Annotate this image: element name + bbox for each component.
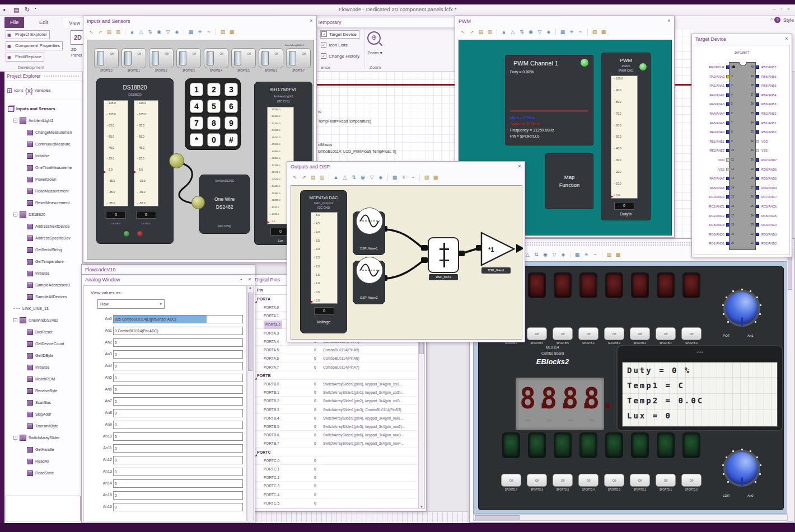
tree-item-sampleaddressedd[interactable]: SampleAddressedD xyxy=(4,279,83,291)
digital-row-PORTB.2[interactable]: PORTB.20SwitchArraySlider1(pin2), keypad… xyxy=(254,397,418,405)
pin-31[interactable]: 31VSS xyxy=(694,148,791,154)
tree-item-inputs and sensors[interactable]: Inputs and Sensors xyxy=(4,103,83,115)
pin-35[interactable]: 35RB2/ANB2 xyxy=(694,111,791,117)
tree-item-readall[interactable]: ReadAll xyxy=(4,455,83,467)
ldr-knob[interactable]: LDR An0 xyxy=(718,445,765,492)
window-controls[interactable]: – ▫ × xyxy=(773,6,792,12)
toolbar-↖-icon[interactable]: ↖ xyxy=(292,174,298,181)
keypad-key-*[interactable]: * xyxy=(190,133,203,147)
tab-file[interactable]: File xyxy=(4,17,24,28)
board-button-$PORTD.0[interactable]: Off xyxy=(681,474,702,487)
toolbar-▨-icon[interactable]: ▨ xyxy=(606,251,612,258)
toolbar-▦-icon[interactable]: ▦ xyxy=(559,29,566,35)
dsp-mix-component[interactable] xyxy=(428,237,459,273)
dac-component[interactable]: MCP47x6 DAC DAC_Output1 (I2C CH1) 5.04.5… xyxy=(300,190,347,333)
digital-row-PORTC.2[interactable]: PORTC.20 xyxy=(254,473,418,482)
toolbar-▩-icon[interactable]: ▩ xyxy=(228,29,235,35)
toolbar-▩-icon[interactable]: ▩ xyxy=(600,29,607,35)
board-button-$PORTB.3[interactable]: Off xyxy=(604,327,624,340)
digital-row-PORTB.4[interactable]: PORTB.40SwitchArraySlider1(pin4), keypad… xyxy=(254,414,418,422)
analog-vscrollbar[interactable]: ▲ xyxy=(247,285,254,521)
digital-row-PORTC.3[interactable]: PORTC.30 xyxy=(254,482,418,490)
board-button-$PORTD.6[interactable]: Off xyxy=(527,474,547,487)
ds18b20-component[interactable]: DS18B20 DS18B20 125.0105.085.065.045.025… xyxy=(96,78,174,244)
board-hscrollbar[interactable] xyxy=(473,514,788,521)
toolbar-⇅-icon[interactable]: ⇅ xyxy=(147,29,153,35)
ribbon-toggle-target-device[interactable]: ✓Target Device xyxy=(320,30,359,39)
analog-window-title[interactable]: Analog Window ▪ × xyxy=(82,275,255,285)
analog-value-field[interactable]: 0 xyxy=(113,491,243,500)
tree-item-changemeasuremen[interactable]: ChangeMeasuremen xyxy=(4,126,83,138)
view-values-dropdown[interactable]: Raw▾ xyxy=(97,299,165,309)
tree-item-switcharrayslider[interactable]: –SwitchArraySlider xyxy=(4,432,83,444)
digital-row-PORTC.4[interactable]: PORTC.40 xyxy=(254,491,418,499)
toolbar-▤-icon[interactable]: ▤ xyxy=(310,174,316,181)
keypad-key-0[interactable]: 0 xyxy=(207,133,221,147)
target-device-title[interactable]: Target Device× xyxy=(692,34,792,44)
board-button-$PORTB.5[interactable]: Off xyxy=(553,327,573,340)
pin-32[interactable]: 32VDD xyxy=(694,139,791,145)
dsp-gain-component[interactable]: *1 xyxy=(479,230,518,270)
flowcode-sim-window-title[interactable]: FlowcodeV10 xyxy=(81,264,255,274)
digital-row-PORTA.5[interactable]: PORTA.50ComboBL0114(PinA5) xyxy=(254,346,418,354)
port-switch-$PORTB.3[interactable]: Off xyxy=(176,48,201,68)
port-switch-$PORTB.1[interactable]: Off xyxy=(121,48,146,68)
toolbar-◉-icon[interactable]: ◉ xyxy=(542,251,549,258)
toolbar-↗-icon[interactable]: ↗ xyxy=(97,29,104,35)
titlebar[interactable]: ▪ ▤ ↻ • Flowcode - Dedicated 2D componen… xyxy=(0,4,795,16)
keypad-key-4[interactable]: 4 xyxy=(190,100,203,113)
pwm-gauge-component[interactable]: PWM PWM1 (PWM CH1) 100.090.080.070.060.0… xyxy=(601,53,651,220)
toolbar-⇅-icon[interactable]: ⇅ xyxy=(350,174,357,181)
pin-36[interactable]: 36RB3/ANB3 xyxy=(694,101,791,108)
keypad-key-5[interactable]: 5 xyxy=(207,100,221,113)
tab-edit[interactable]: Edit xyxy=(34,17,54,28)
toolbar-◉-icon[interactable]: ◉ xyxy=(527,29,534,35)
close-icon[interactable]: × xyxy=(246,276,253,283)
toolbar-▨-icon[interactable]: ▨ xyxy=(591,29,598,35)
style-button[interactable]: Style xyxy=(783,17,794,23)
board-button-$PORTD.3[interactable]: Off xyxy=(604,474,624,487)
dsp-wave2-component[interactable]: DSP_Wave2 xyxy=(353,261,385,304)
close-icon[interactable]: × xyxy=(308,18,315,25)
keypad-key-3[interactable]: 3 xyxy=(225,83,238,96)
board-button-$PORTD.1[interactable]: Off xyxy=(656,474,676,487)
ribbon-project-explorer[interactable]: ▣Project Explorer xyxy=(6,30,50,39)
onewire-component[interactable]: OneWireDS2482 One Wire DS2482 (I2C CH1) xyxy=(199,175,250,234)
port-switch-$PORTB.5[interactable]: Off xyxy=(231,48,256,68)
analog-value-field[interactable]: 0 xyxy=(113,374,243,382)
pin-30[interactable]: 30RD7/AND7 xyxy=(694,157,791,164)
toolbar-▽-icon[interactable]: ▽ xyxy=(551,251,558,258)
pin-22[interactable]: 22RD3/AND3 xyxy=(694,232,791,238)
toolbar-✳-icon[interactable]: ✳ xyxy=(583,251,590,258)
tree-item-transmitbyte[interactable]: TransmitByte xyxy=(4,420,83,432)
analog-value-field[interactable]: 0 xyxy=(113,421,243,429)
toolbar-↖-icon[interactable]: ↖ xyxy=(460,29,466,35)
tree-item-gethandle[interactable]: GetHandle xyxy=(4,444,83,455)
pin-26[interactable]: 26RC7/ANC7 xyxy=(694,194,791,201)
analog-value-field[interactable]: 0 xyxy=(113,397,243,406)
tree-item-getdevicecount[interactable]: GetDeviceCount xyxy=(4,338,83,350)
outputs-dsp-title[interactable]: Outputs and DSP× xyxy=(287,162,525,172)
toolbar-▥-icon[interactable]: ▥ xyxy=(487,29,493,35)
tree-item-scanbus[interactable]: ScanBus xyxy=(4,397,83,408)
digital-row-PORTB.1[interactable]: PORTB.10SwitchArraySlider1(pin1), keypad… xyxy=(254,388,418,397)
ds18b20-gauge-1[interactable]: 125.0105.085.065.045.025.05.0-15.0-35.0-… xyxy=(104,100,128,206)
digital-row-PORTC[interactable]: ◢PORTC xyxy=(254,448,418,456)
toolbar-~-icon[interactable]: ~ xyxy=(205,29,212,35)
ds18b20-gauge-2[interactable]: 125.0105.085.065.045.025.05.0-15.0-35.0-… xyxy=(134,100,158,206)
toolbar-⇅-icon[interactable]: ⇅ xyxy=(533,251,540,258)
toolbar-▤-icon[interactable]: ▤ xyxy=(106,29,113,35)
tree-item-link_line_13[interactable]: LINK_LINE_13 xyxy=(4,303,83,314)
pwm-gauge[interactable]: 100.090.080.070.060.050.040.030.020.010.… xyxy=(611,76,638,199)
tree-item-getserialstring[interactable]: GetSerialString xyxy=(4,244,83,256)
toolbar-▦-icon[interactable]: ▦ xyxy=(188,29,194,35)
port-switch-$PORTB.4[interactable]: Off xyxy=(204,48,228,68)
toolbar-△-icon[interactable]: △ xyxy=(138,29,144,35)
explorer-toolbar[interactable]: ⊞Icons{x}Variables xyxy=(4,81,82,100)
analog-value-field[interactable]: 0 xyxy=(113,456,243,464)
analog-value-field[interactable]: 0 xyxy=(113,409,243,417)
minimize-icon[interactable]: ▪ xyxy=(238,276,245,283)
toolbar-↗-icon[interactable]: ↗ xyxy=(301,174,307,181)
zoom-icon[interactable]: ⊕ xyxy=(367,31,381,45)
toolbar-↗-icon[interactable]: ↗ xyxy=(469,29,475,35)
